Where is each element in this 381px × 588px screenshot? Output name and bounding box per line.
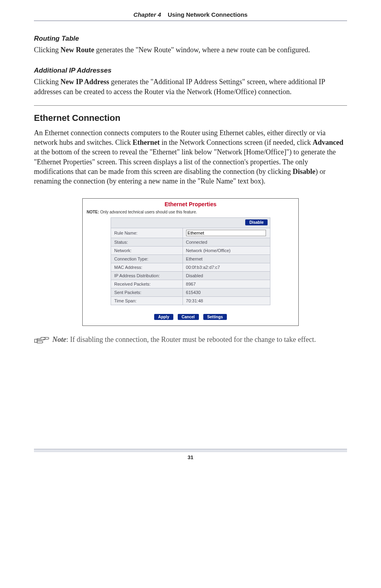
property-label: Network:: [111, 246, 183, 255]
note-body: : If disabling the connection, the Route…: [66, 335, 316, 343]
property-value: [183, 228, 270, 238]
property-value: Disabled: [183, 271, 270, 280]
table-row: Received Packets:8967: [111, 280, 270, 288]
new-route-bold: New Route: [61, 46, 94, 54]
text: at the bottom of the screen to reveal th…: [34, 148, 336, 176]
disable-bold: Disable: [293, 168, 316, 176]
property-value: 00:0f:b3:a2:d7:c7: [183, 263, 270, 271]
disable-button[interactable]: Disable: [245, 219, 268, 225]
page-number: 31: [34, 452, 347, 466]
routing-table-paragraph: Clicking New Route generates the "New Ro…: [34, 45, 347, 55]
settings-button[interactable]: Settings: [203, 314, 227, 320]
properties-table: Rule Name:Status:ConnectedNetwork:Networ…: [111, 228, 270, 305]
note-text: Only advanced technical users should use…: [99, 210, 197, 214]
property-label: MAC Address:: [111, 263, 183, 271]
screenshot-actions: Apply Cancel Settings: [83, 310, 298, 326]
ethernet-paragraph: An Ethernet connection connects computer…: [34, 128, 347, 186]
property-value: Network (Home/Office): [183, 246, 270, 255]
rule-name-input[interactable]: [186, 230, 266, 236]
property-value: 615430: [183, 288, 270, 296]
section-rule: [34, 105, 347, 106]
property-value: Ethernet: [183, 255, 270, 263]
ethernet-bold: Ethernet: [133, 138, 160, 146]
note-label: NOTE:: [87, 210, 99, 214]
property-value: 70:31:48: [183, 296, 270, 305]
text: in the Network Connections screen (if ne…: [160, 138, 313, 146]
ethernet-properties-screenshot: Ethernet Properties NOTE: Only advanced …: [82, 198, 299, 326]
ip-smallcaps: IP: [186, 78, 192, 86]
header-rule: [34, 20, 347, 21]
note-block: Note: If disabling the connection, the R…: [34, 335, 347, 345]
ethernet-connection-heading: Ethernet Connection: [34, 113, 347, 123]
additional-ip-paragraph: Clicking New IP Address generates the "A…: [34, 77, 347, 97]
property-label: Time Span:: [111, 296, 183, 305]
table-row: Network:Network (Home/Office): [111, 246, 270, 255]
routing-table-heading: Routing Table: [34, 35, 347, 43]
additional-ip-heading: Additional IP Addresses: [34, 67, 347, 75]
disable-button-row: Disable: [111, 217, 270, 228]
chapter-title: Using Network Connections: [168, 11, 248, 18]
screenshot-note: NOTE: Only advanced technical users shou…: [83, 209, 298, 217]
property-label: IP Address Distribution:: [111, 271, 183, 280]
new-ip-bold: New IP Address: [61, 78, 109, 86]
property-label: Received Packets:: [111, 280, 183, 288]
property-value: Connected: [183, 238, 270, 246]
text: generates the "Additional: [109, 78, 186, 86]
note-text-block: Note: If disabling the connection, the R…: [52, 335, 316, 344]
property-value: 8967: [183, 280, 270, 288]
property-label: Sent Packets:: [111, 288, 183, 296]
property-label: Connection Type:: [111, 255, 183, 263]
text: Clicking: [34, 46, 61, 54]
table-row: Rule Name:: [111, 228, 270, 238]
property-label: Status:: [111, 238, 183, 246]
footer-rule: [34, 449, 347, 452]
table-row: Status:Connected: [111, 238, 270, 246]
table-row: Sent Packets:615430: [111, 288, 270, 296]
text: generates the "New Route" window, where …: [94, 46, 310, 54]
property-label: Rule Name:: [111, 228, 183, 238]
table-row: IP Address Distribution:Disabled: [111, 271, 270, 280]
advanced-bold: Advanced: [313, 138, 343, 146]
table-row: Time Span:70:31:48: [111, 296, 270, 305]
table-row: MAC Address:00:0f:b3:a2:d7:c7: [111, 263, 270, 271]
chapter-label: Chapter 4: [133, 11, 161, 18]
table-row: Connection Type:Ethernet: [111, 255, 270, 263]
screenshot-title: Ethernet Properties: [83, 199, 298, 209]
pointing-hand-icon: [34, 335, 49, 345]
apply-button[interactable]: Apply: [154, 314, 173, 320]
text: Clicking: [34, 78, 61, 86]
cancel-button[interactable]: Cancel: [178, 314, 199, 320]
running-header: Chapter 4 Using Network Connections: [34, 11, 347, 18]
note-word: Note: [52, 335, 66, 343]
